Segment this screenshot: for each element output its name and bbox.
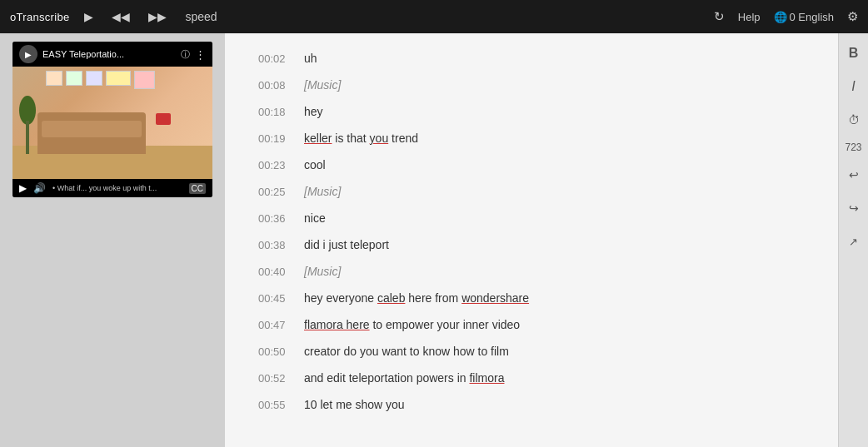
wall-frame-3: [86, 71, 102, 86]
video-play-button[interactable]: ▶: [19, 45, 37, 63]
transcript-text[interactable]: keller is that you trend: [304, 130, 418, 147]
video-title: EASY Teleportatio...: [42, 49, 176, 59]
settings-icon[interactable]: ⚙: [847, 9, 858, 24]
transcript-row: 00:38did i just teleport: [258, 236, 805, 256]
left-panel: ▶ EASY Teleportatio... ⓘ ⋮: [0, 33, 225, 447]
language-button[interactable]: 🌐 0 English: [774, 11, 834, 23]
transcript-row: 00:25[Music]: [258, 183, 805, 203]
globe-icon: 🌐: [774, 11, 787, 23]
video-thumbnail: [12, 67, 212, 179]
transcript-text[interactable]: uh: [304, 50, 317, 67]
link-text[interactable]: keller: [304, 132, 332, 145]
word-count: 723: [845, 142, 861, 153]
transcript-text[interactable]: did i just teleport: [304, 236, 389, 254]
transcript-text[interactable]: flamora here to empower your inner video: [304, 316, 520, 334]
undo-button[interactable]: ↩: [842, 163, 866, 186]
transcript-row: 00:5510 let me show you: [258, 396, 805, 416]
transcript-text[interactable]: nice: [304, 210, 326, 227]
timestamp: 00:23: [258, 159, 304, 171]
transcript-row: 00:45hey everyone caleb here from wonder…: [258, 290, 805, 310]
timestamp: 00:25: [258, 186, 304, 198]
redo-button[interactable]: ↪: [842, 196, 866, 220]
timestamp: 00:02: [258, 52, 304, 65]
link-text[interactable]: flamora here: [304, 318, 370, 331]
bold-button[interactable]: B: [842, 42, 866, 65]
transcript-row: 00:19keller is that you trend: [258, 130, 805, 150]
wall-frame-2: [66, 71, 82, 86]
timestamp: 00:55: [258, 399, 304, 411]
video-caption-text: • What if... you woke up with t...: [52, 184, 182, 192]
music-tag: [Music]: [304, 265, 341, 278]
transcript-text[interactable]: cool: [304, 156, 326, 174]
transcript-row: 00:08[Music]: [258, 77, 805, 97]
transcript-text[interactable]: creator do you want to know how to film: [304, 343, 509, 360]
timestamp: 00:18: [258, 106, 304, 118]
wall-frame-5: [134, 71, 155, 89]
timestamp: 00:19: [258, 132, 304, 145]
wall-frame-1: [46, 71, 62, 86]
timestamp: 00:47: [258, 319, 304, 331]
topbar-right: ↻ Help 🌐 0 English ⚙: [714, 9, 858, 24]
help-link[interactable]: Help: [738, 11, 761, 23]
transcript-area[interactable]: 00:02uh00:08[Music]00:18hey00:19keller i…: [225, 33, 838, 447]
transcript-text[interactable]: and edit teleportation powers in filmora: [304, 370, 504, 387]
transcript-row: 00:23cool: [258, 156, 805, 176]
video-container: ▶ EASY Teleportatio... ⓘ ⋮: [12, 42, 212, 197]
transcript-row: 00:40[Music]: [258, 263, 805, 283]
topbar: oTranscribe ▶ ◀◀ ▶▶ speed ↻ Help 🌐 0 Eng…: [0, 0, 868, 33]
transcript-text[interactable]: hey everyone caleb here from wondershare: [304, 290, 529, 307]
play-button[interactable]: ▶: [81, 8, 97, 25]
transcript-text[interactable]: [Music]: [304, 77, 341, 94]
music-tag: [Music]: [304, 78, 341, 92]
video-controls-bar: ▶ 🔊 • What if... you woke up with t... C…: [12, 179, 212, 197]
link-text[interactable]: caleb: [377, 291, 405, 305]
timestamp: 00:52: [258, 372, 304, 385]
transcript-text[interactable]: hey: [304, 103, 323, 121]
video-info-icon[interactable]: ⓘ: [181, 48, 190, 61]
link-text[interactable]: wondershare: [461, 291, 529, 305]
right-toolbar: B I ⏱ 723 ↩ ↪ ↗: [838, 33, 868, 447]
timestamp: 00:36: [258, 212, 304, 225]
plant-stem: [26, 121, 29, 154]
timestamp: 00:08: [258, 79, 304, 92]
language-label: 0 English: [790, 11, 834, 23]
video-more-icon[interactable]: ⋮: [195, 48, 206, 61]
video-ctrl-play[interactable]: ▶: [19, 182, 27, 194]
export-button[interactable]: ↗: [842, 230, 866, 253]
speed-button[interactable]: speed: [182, 8, 220, 25]
timestamp: 00:38: [258, 239, 304, 251]
transcript-text[interactable]: [Music]: [304, 263, 341, 281]
refresh-icon[interactable]: ↻: [714, 9, 725, 24]
transcript-row: 00:36nice: [258, 210, 805, 230]
transcript-text[interactable]: 10 let me show you: [304, 396, 405, 414]
main-area: ▶ EASY Teleportatio... ⓘ ⋮: [0, 33, 868, 447]
video-caption-button[interactable]: CC: [189, 183, 206, 194]
scene-wall-frames: [46, 71, 204, 121]
timestamp: 00:50: [258, 345, 304, 358]
transcript-row: 00:50creator do you want to know how to …: [258, 343, 805, 363]
transcript-row: 00:52and edit teleportation powers in fi…: [258, 370, 805, 390]
scene-plant: [17, 96, 37, 154]
wall-frame-4: [106, 71, 131, 86]
music-tag: [Music]: [304, 185, 341, 198]
transcript-row: 00:47flamora here to empower your inner …: [258, 316, 805, 336]
video-ctrl-volume[interactable]: 🔊: [33, 182, 46, 194]
transcript-row: 00:02uh: [258, 50, 805, 70]
timestamp: 00:40: [258, 266, 304, 278]
link-text[interactable]: you: [370, 132, 389, 145]
app-logo: oTranscribe: [10, 11, 69, 23]
transcript-text[interactable]: [Music]: [304, 183, 341, 201]
clock-button[interactable]: ⏱: [842, 108, 866, 132]
timestamp: 00:45: [258, 292, 304, 305]
italic-button[interactable]: I: [842, 75, 866, 98]
forward-button[interactable]: ▶▶: [145, 8, 170, 25]
transcript-row: 00:18hey: [258, 103, 805, 123]
rewind-button[interactable]: ◀◀: [108, 8, 133, 25]
scene-red-box: [156, 113, 171, 125]
video-top-bar: ▶ EASY Teleportatio... ⓘ ⋮: [12, 42, 212, 67]
link-text[interactable]: filmora: [469, 371, 504, 385]
